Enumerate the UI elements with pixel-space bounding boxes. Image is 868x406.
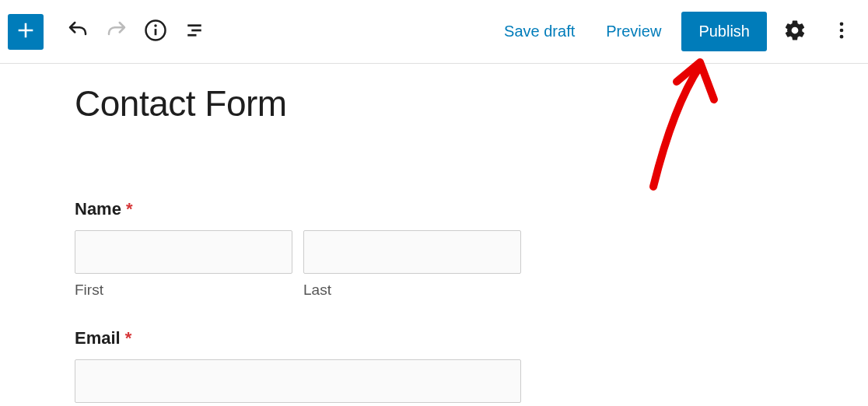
name-label-text: Name	[75, 199, 121, 219]
svg-point-2	[154, 24, 157, 27]
toolbar-left-group	[8, 13, 213, 51]
required-mark: *	[126, 199, 133, 219]
name-label: Name *	[75, 199, 793, 219]
name-inputs-row: First Last	[75, 230, 793, 299]
first-name-column: First	[75, 230, 292, 299]
email-input[interactable]	[75, 359, 521, 403]
last-name-sublabel: Last	[303, 282, 521, 299]
plus-icon	[15, 19, 37, 44]
add-block-button[interactable]	[8, 14, 44, 50]
settings-button[interactable]	[776, 13, 814, 51]
editor-toolbar: Save draft Preview Publish	[0, 0, 868, 64]
save-draft-button[interactable]: Save draft	[493, 15, 586, 48]
svg-point-8	[840, 35, 844, 39]
preview-button[interactable]: Preview	[595, 15, 672, 48]
undo-button[interactable]	[59, 13, 96, 51]
outline-button[interactable]	[176, 13, 213, 51]
info-button[interactable]	[137, 13, 174, 51]
publish-button[interactable]: Publish	[681, 12, 767, 51]
email-label: Email *	[75, 328, 793, 348]
email-label-text: Email	[75, 328, 121, 348]
name-field-group: Name * First Last	[75, 199, 793, 299]
page-title[interactable]: Contact Form	[75, 82, 793, 124]
svg-point-6	[840, 23, 844, 26]
gear-icon	[783, 19, 807, 44]
editor-content: Contact Form Name * First Last Email *	[0, 64, 868, 406]
undo-icon	[66, 19, 89, 44]
outline-icon	[183, 19, 206, 44]
last-name-column: Last	[303, 230, 521, 299]
more-options-button[interactable]	[823, 13, 860, 51]
redo-icon	[105, 19, 128, 44]
first-name-sublabel: First	[75, 282, 292, 299]
info-icon	[144, 19, 167, 44]
redo-button[interactable]	[98, 13, 135, 51]
svg-point-7	[840, 29, 844, 33]
first-name-input[interactable]	[75, 230, 292, 274]
email-field-group: Email *	[75, 328, 793, 403]
required-mark: *	[125, 328, 132, 348]
toolbar-right-group: Save draft Preview Publish	[493, 12, 860, 51]
more-vertical-icon	[831, 19, 852, 44]
last-name-input[interactable]	[303, 230, 521, 274]
